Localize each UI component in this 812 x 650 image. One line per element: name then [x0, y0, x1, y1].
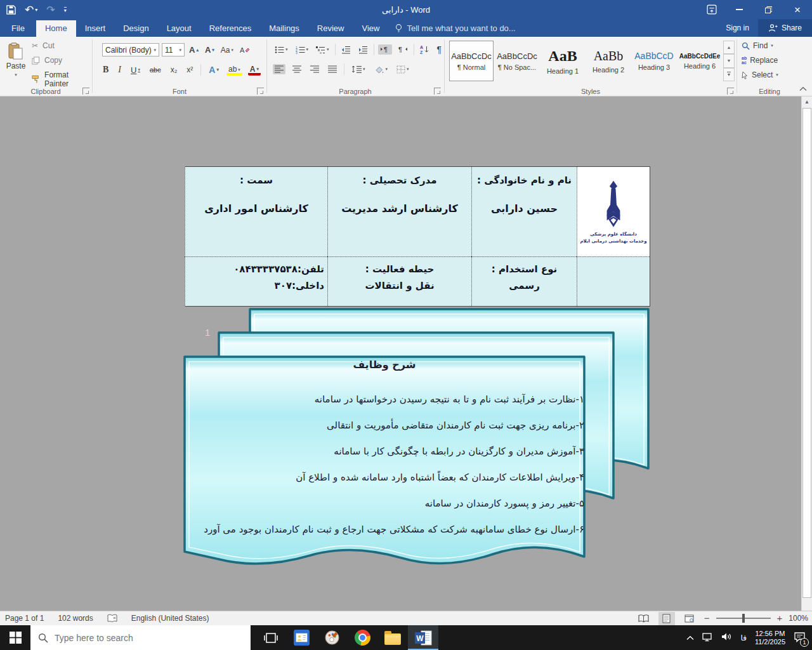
university-logo-cell[interactable]: دانشگاه علوم پزشکی وخدمات بهداشتی درمانی…	[577, 167, 650, 256]
speaker-icon[interactable]	[721, 632, 732, 643]
justify-button[interactable]	[326, 64, 339, 74]
underline-button[interactable]: U▾	[129, 64, 142, 76]
search-input[interactable]	[55, 633, 219, 643]
tab-review[interactable]: Review	[308, 20, 353, 37]
duty-item-2[interactable]: ۲-برنامه ریزی جهت ثبت نام کارمندان متقاض…	[185, 413, 584, 439]
ltr-direction-button[interactable]: ¶	[378, 44, 392, 55]
styles-dialog-launcher-icon[interactable]	[727, 88, 734, 95]
word-app-icon[interactable]: W	[408, 625, 438, 650]
paragraph-dialog-launcher-icon[interactable]	[434, 88, 441, 95]
position-cell[interactable]: سمت : کارشناس امور اداری	[185, 167, 327, 256]
proofing-icon[interactable]	[107, 614, 117, 623]
collapse-ribbon-icon[interactable]	[799, 84, 807, 93]
style-no-spacing[interactable]: AaBbCcDc ¶ No Spac...	[495, 41, 539, 81]
paste-button[interactable]: Paste ▾	[3, 40, 29, 84]
web-layout-button[interactable]	[681, 612, 698, 625]
font-size-combo[interactable]: 11▾	[162, 43, 185, 56]
bold-button[interactable]: B	[101, 63, 110, 76]
italic-button[interactable]: I	[116, 63, 123, 76]
font-dialog-launcher-icon[interactable]	[257, 88, 264, 95]
font-color-button[interactable]: A▾	[248, 64, 261, 76]
tab-layout[interactable]: Layout	[158, 20, 200, 37]
duty-item-6[interactable]: ۶-ارسال نوع خطای سامانهبه شرکت که مشکلات…	[185, 517, 584, 543]
tab-view[interactable]: View	[353, 20, 388, 37]
tab-insert[interactable]: Insert	[76, 20, 115, 37]
employee-info-table[interactable]: دانشگاه علوم پزشکی وخدمات بهداشتی درمانی…	[185, 166, 650, 307]
vertical-scrollbar[interactable]: ▲	[801, 96, 812, 611]
zoom-slider[interactable]	[716, 618, 771, 619]
tray-chevron-icon[interactable]	[686, 633, 694, 642]
find-button[interactable]: Find▾	[742, 41, 773, 50]
scrollbar-thumb[interactable]	[802, 108, 811, 598]
format-painter-button[interactable]: Format Painter	[32, 70, 91, 88]
line-spacing-button[interactable]: ▾	[350, 64, 367, 74]
page-indicator[interactable]: Page 1 of 1	[5, 614, 44, 623]
font-family-combo[interactable]: Calibri (Body)▾	[102, 43, 159, 56]
borders-button[interactable]: ▾	[395, 64, 411, 75]
styles-scroll-up-icon[interactable]: ▲	[723, 41, 735, 54]
name-cell[interactable]: نام و نام خانوادگی : حسین دارابی	[471, 167, 577, 256]
paint-app-icon[interactable]	[317, 625, 347, 650]
zoom-in-button[interactable]: +	[777, 615, 783, 621]
style-normal[interactable]: AaBbCcDc ¶ Normal	[449, 41, 494, 81]
action-center-button[interactable]: 1	[794, 632, 806, 644]
tab-references[interactable]: References	[200, 20, 260, 37]
shading-button[interactable]: ▾	[372, 64, 390, 75]
styles-more-icon[interactable]: ▼	[723, 68, 735, 81]
ribbon-display-options-icon[interactable]	[707, 0, 717, 19]
taskbar-search[interactable]	[30, 625, 251, 650]
print-layout-button[interactable]	[658, 612, 675, 625]
select-button[interactable]: Select▾	[742, 70, 778, 79]
zoom-out-button[interactable]: −	[704, 615, 710, 621]
task-view-button[interactable]	[256, 625, 286, 650]
employment-type-cell[interactable]: نوع استخدام : رسمی	[471, 256, 577, 306]
numbering-button[interactable]: 123▾	[294, 44, 311, 55]
duties-title[interactable]: شرح وظایف	[185, 359, 584, 374]
restore-button[interactable]	[754, 0, 783, 19]
share-button[interactable]: Share	[758, 19, 812, 37]
paste-caret-icon[interactable]: ▾	[15, 72, 17, 77]
close-button[interactable]: ×	[783, 0, 812, 19]
phone-cell[interactable]: تلفن:۰۸۴۳۳۳۳۷۵۳۸ داخلی:۳۰۷	[185, 256, 327, 306]
scroll-up-icon[interactable]: ▲	[802, 96, 812, 107]
bullets-button[interactable]: ▾	[273, 44, 290, 55]
text-effects-button[interactable]: A▾	[207, 63, 221, 76]
grow-font-button[interactable]: A▴	[187, 44, 200, 56]
style-heading6[interactable]: AaBbCcDdEe Heading 6	[678, 41, 722, 81]
cut-button[interactable]: ✂ Cut	[32, 41, 55, 50]
tab-design[interactable]: Design	[114, 20, 157, 37]
document-page[interactable]: دانشگاه علوم پزشکی وخدمات بهداشتی درمانی…	[149, 106, 652, 611]
start-button[interactable]	[0, 625, 30, 650]
rtl-direction-button[interactable]: ¶	[396, 44, 410, 55]
duty-item-4[interactable]: ۴-ویرایش اطلاعات کارمندان که بعضاً اشتبا…	[185, 465, 584, 491]
tab-file[interactable]: File	[0, 20, 36, 37]
show-hide-pilcrow-button[interactable]: ¶	[435, 43, 444, 56]
sign-in-link[interactable]: Sign in	[717, 23, 758, 32]
empty-cell[interactable]	[577, 256, 650, 306]
zoom-slider-handle[interactable]	[742, 614, 745, 623]
word-count[interactable]: 102 words	[58, 614, 93, 623]
copy-button[interactable]: Copy	[32, 56, 62, 65]
decrease-indent-button[interactable]	[339, 44, 353, 55]
highlight-color-button[interactable]: ab▾	[226, 65, 242, 76]
align-right-button[interactable]	[308, 64, 321, 74]
strikethrough-button[interactable]: abc	[148, 65, 163, 75]
tab-home[interactable]: Home	[36, 20, 76, 37]
clear-formatting-button[interactable]: A	[238, 44, 251, 56]
network-icon[interactable]	[702, 632, 713, 644]
sort-button[interactable]: AZ	[418, 44, 431, 55]
taskbar-clock[interactable]: 12:56 PM 11/2/2025	[755, 630, 785, 646]
activity-cell[interactable]: حیطه فعالیت : نقل و انتقالات	[327, 256, 471, 306]
superscript-button[interactable]: x²	[185, 64, 195, 76]
styles-scroll-down-icon[interactable]: ▼	[723, 54, 735, 67]
align-center-button[interactable]	[291, 64, 303, 74]
duty-item-5[interactable]: ۵-تغییر رمز و پسورد کارمندان در سامانه	[185, 491, 584, 517]
style-heading2[interactable]: AaBb Heading 2	[586, 41, 631, 81]
tell-me-box[interactable]: Tell me what you want to do...	[388, 23, 521, 37]
minimize-button[interactable]	[724, 0, 754, 19]
language-indicator[interactable]: English (United States)	[131, 614, 209, 623]
change-case-button[interactable]: Aa▾	[219, 44, 235, 56]
zoom-level[interactable]: 100%	[789, 614, 808, 623]
degree-cell[interactable]: مدرک تحصیلی : کارشناس ارشد مدیریت	[327, 167, 471, 256]
replace-button[interactable]: abac Replace	[742, 56, 778, 65]
